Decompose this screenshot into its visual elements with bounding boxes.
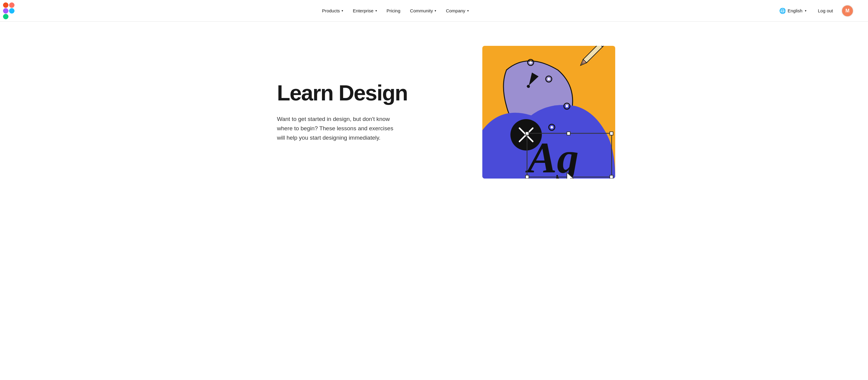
products-button[interactable]: Products ▾ — [318, 6, 347, 16]
nav-item-products[interactable]: Products ▾ — [318, 6, 347, 16]
language-selector[interactable]: 🌐 English ▾ — [776, 5, 809, 16]
nav-item-enterprise[interactable]: Enterprise ▾ — [349, 6, 380, 16]
company-label: Company — [446, 8, 465, 13]
svg-point-12 — [551, 126, 553, 129]
svg-point-6 — [529, 61, 532, 64]
hero-illustration: Ag — [482, 46, 615, 178]
nav-item-community[interactable]: Community ▾ — [406, 6, 440, 16]
hero-description: Want to get started in design, but don't… — [277, 114, 398, 143]
hero-text: Learn Design Want to get started in desi… — [277, 82, 407, 143]
pricing-label: Pricing — [386, 8, 401, 13]
svg-rect-1 — [9, 2, 14, 8]
language-label: English — [788, 8, 803, 13]
svg-rect-15 — [583, 46, 602, 63]
enterprise-chevron: ▾ — [375, 9, 377, 12]
svg-rect-2 — [3, 8, 8, 13]
svg-rect-29 — [567, 132, 570, 135]
products-label: Products — [322, 8, 340, 13]
community-chevron: ▾ — [435, 9, 436, 12]
products-chevron: ▾ — [342, 9, 343, 12]
nav-right: 🌐 English ▾ Log out M — [776, 5, 854, 17]
svg-rect-28 — [610, 175, 613, 178]
illustration-inner: Ag — [482, 46, 615, 178]
illustration-svg: Ag — [482, 46, 615, 178]
svg-rect-25 — [526, 132, 529, 135]
svg-rect-3 — [9, 8, 14, 13]
community-button[interactable]: Community ▾ — [406, 6, 440, 16]
company-button[interactable]: Company ▾ — [442, 6, 472, 16]
language-chevron: ▾ — [805, 9, 806, 12]
hero-title: Learn Design — [277, 82, 407, 105]
svg-rect-4 — [3, 14, 8, 19]
nav-item-company[interactable]: Company ▾ — [442, 6, 472, 16]
company-chevron: ▾ — [467, 9, 469, 12]
svg-rect-0 — [3, 2, 8, 8]
hero-section: Learn Design Want to get started in desi… — [217, 22, 651, 203]
figma-logo[interactable] — [3, 2, 14, 19]
svg-rect-26 — [610, 132, 613, 135]
svg-point-8 — [548, 78, 550, 80]
language-icon: 🌐 — [779, 7, 786, 14]
svg-point-10 — [566, 105, 568, 107]
enterprise-label: Enterprise — [353, 8, 373, 13]
avatar[interactable]: M — [841, 5, 854, 17]
nav-links: Products ▾ Enterprise ▾ Pricing Communit… — [318, 6, 472, 16]
navbar: Products ▾ Enterprise ▾ Pricing Communit… — [0, 0, 868, 22]
svg-rect-27 — [526, 175, 529, 178]
logout-button[interactable]: Log out — [814, 6, 837, 16]
avatar-letter: M — [845, 8, 849, 13]
pricing-link[interactable]: Pricing — [383, 6, 404, 16]
nav-item-pricing[interactable]: Pricing — [383, 6, 404, 16]
community-label: Community — [410, 8, 433, 13]
logout-label: Log out — [818, 8, 833, 13]
svg-text:Ag: Ag — [525, 134, 579, 178]
enterprise-button[interactable]: Enterprise ▾ — [349, 6, 380, 16]
